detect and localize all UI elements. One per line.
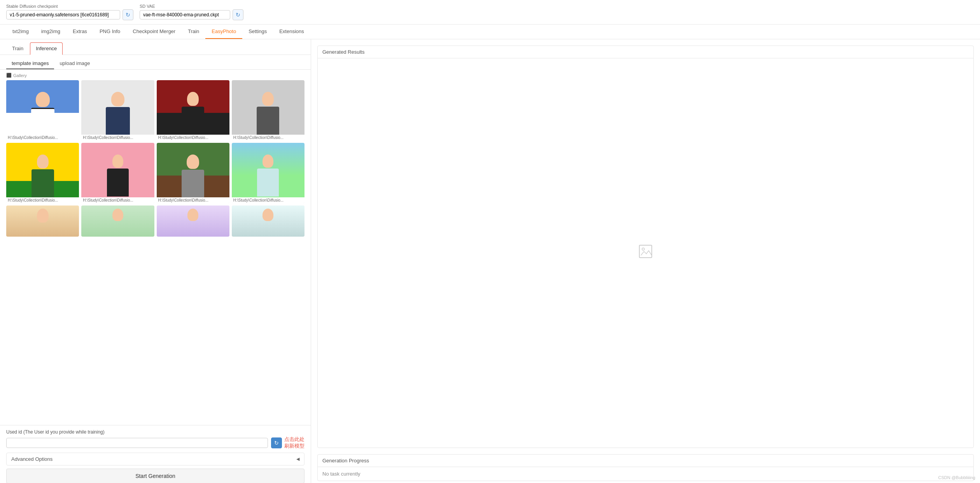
- triangle-icon: ◀: [296, 457, 299, 462]
- model-refresh-btn[interactable]: ↻: [271, 437, 282, 448]
- gallery-item[interactable]: [232, 205, 304, 237]
- tab-checkpoint-merger[interactable]: Checkpoint Merger: [126, 25, 182, 39]
- checkpoint-label: Stable Diffusion checkpoint: [6, 4, 133, 9]
- bottom-controls: Used id (The User id you provide while t…: [0, 425, 311, 483]
- checkpoint-group: Stable Diffusion checkpoint v1-5-pruned-…: [6, 4, 133, 20]
- checkpoint-refresh-btn[interactable]: ↻: [122, 9, 133, 20]
- start-generation-button[interactable]: Start Generation: [6, 469, 304, 483]
- top-bar: Stable Diffusion checkpoint v1-5-pruned-…: [0, 0, 980, 25]
- gallery-item[interactable]: H:\Study\Collection\Diffusio...: [232, 143, 304, 203]
- annotation-box: ↻ 点击此处 刷新模型: [271, 436, 304, 450]
- gallery-caption: H:\Study\Collection\Diffusio...: [157, 135, 229, 141]
- progress-body: No task currently: [318, 467, 973, 481]
- progress-section: Generation Progress No task currently: [317, 454, 974, 481]
- vae-select-row: vae-ft-mse-840000-ema-pruned.ckpt ↻: [140, 9, 243, 20]
- gallery-caption: H:\Study\Collection\Diffusio...: [232, 135, 304, 141]
- gallery-caption: H:\Study\Collection\Diffusio...: [6, 135, 79, 141]
- imagetab-upload[interactable]: upload image: [54, 58, 95, 69]
- gallery-wrapper: ⬛ Gallery H:\Study\Collection\Diffusio..…: [0, 70, 311, 425]
- gallery-caption: H:\Study\Collection\Diffusio...: [232, 197, 304, 203]
- tab-extras[interactable]: Extras: [66, 25, 93, 39]
- gallery-item[interactable]: H:\Study\Collection\Diffusio...: [157, 80, 229, 141]
- results-header: Generated Results: [318, 46, 973, 58]
- annotation-line1: 点击此处: [284, 436, 304, 443]
- gallery-caption: H:\Study\Collection\Diffusio...: [81, 135, 154, 141]
- tab-easyphoto[interactable]: EasyPhoto: [205, 25, 242, 39]
- advanced-label: Advanced Options: [11, 456, 52, 462]
- model-refresh-icon: ↻: [274, 440, 279, 446]
- vae-refresh-btn[interactable]: ↻: [233, 9, 243, 20]
- main-layout: Train Inference template images upload i…: [0, 39, 980, 483]
- gallery-caption: H:\Study\Collection\Diffusio...: [157, 197, 229, 203]
- gallery-caption: H:\Study\Collection\Diffusio...: [6, 197, 79, 203]
- annotation-line2: 刷新模型: [284, 443, 304, 450]
- tab-img2img[interactable]: img2img: [35, 25, 66, 39]
- advanced-options-row[interactable]: Advanced Options ◀: [6, 453, 304, 465]
- imagetab-template[interactable]: template images: [6, 58, 54, 69]
- gallery-item[interactable]: H:\Study\Collection\Diffusio...: [81, 143, 154, 203]
- tab-txt2img[interactable]: txt2img: [6, 25, 35, 39]
- gallery-item[interactable]: H:\Study\Collection\Diffusio...: [6, 143, 79, 203]
- left-panel: Train Inference template images upload i…: [0, 39, 311, 483]
- svg-rect-0: [639, 245, 652, 258]
- vae-group: SD VAE vae-ft-mse-840000-ema-pruned.ckpt…: [140, 4, 243, 20]
- progress-header: Generation Progress: [318, 455, 973, 467]
- watermark: CSDN @Bubbliiiing: [938, 475, 975, 480]
- tab-settings[interactable]: Settings: [242, 25, 273, 39]
- gallery-icon: ⬛: [6, 73, 12, 78]
- vae-label: SD VAE: [140, 4, 243, 9]
- results-body: [318, 58, 973, 448]
- gallery-item[interactable]: [6, 205, 79, 237]
- gallery-item[interactable]: [157, 205, 229, 237]
- gallery-item[interactable]: H:\Study\Collection\Diffusio...: [81, 80, 154, 141]
- gallery-item[interactable]: [81, 205, 154, 237]
- gallery-item[interactable]: H:\Study\Collection\Diffusio...: [157, 143, 229, 203]
- gallery-item[interactable]: H:\Study\Collection\Diffusio...: [6, 80, 79, 141]
- results-placeholder-icon: [638, 244, 653, 263]
- checkpoint-select[interactable]: v1-5-pruned-emaonly.safetensors [6ce0161…: [6, 10, 120, 19]
- image-tabs: template images upload image: [0, 55, 311, 70]
- gallery-label: ⬛ Gallery: [6, 73, 304, 78]
- svg-point-1: [642, 248, 644, 250]
- annotation-text: 点击此处 刷新模型: [284, 436, 304, 450]
- refresh-icon: ↻: [126, 12, 130, 18]
- results-section: Generated Results: [317, 46, 974, 448]
- nav-tabs: txt2img img2img Extras PNG Info Checkpoi…: [0, 25, 980, 39]
- user-id-row: ↻ 点击此处 刷新模型: [6, 436, 304, 450]
- gallery-caption: H:\Study\Collection\Diffusio...: [81, 197, 154, 203]
- subtab-inference[interactable]: Inference: [30, 42, 63, 55]
- vae-refresh-icon: ↻: [236, 12, 240, 18]
- vae-select[interactable]: vae-ft-mse-840000-ema-pruned.ckpt: [140, 10, 230, 19]
- gallery-item[interactable]: H:\Study\Collection\Diffusio...: [232, 80, 304, 141]
- user-id-label: Used id (The User id you provide while t…: [6, 429, 304, 435]
- tab-png-info[interactable]: PNG Info: [93, 25, 126, 39]
- checkpoint-select-row: v1-5-pruned-emaonly.safetensors [6ce0161…: [6, 9, 133, 20]
- tab-extensions[interactable]: Extensions: [273, 25, 310, 39]
- tab-train[interactable]: Train: [182, 25, 205, 39]
- gallery-grid: H:\Study\Collection\Diffusio... H:\Study…: [6, 80, 304, 237]
- user-id-select[interactable]: [6, 438, 268, 448]
- sub-tabs: Train Inference: [0, 39, 311, 55]
- subtab-train[interactable]: Train: [6, 42, 29, 54]
- right-panel: Generated Results Generation Progress No…: [311, 39, 980, 483]
